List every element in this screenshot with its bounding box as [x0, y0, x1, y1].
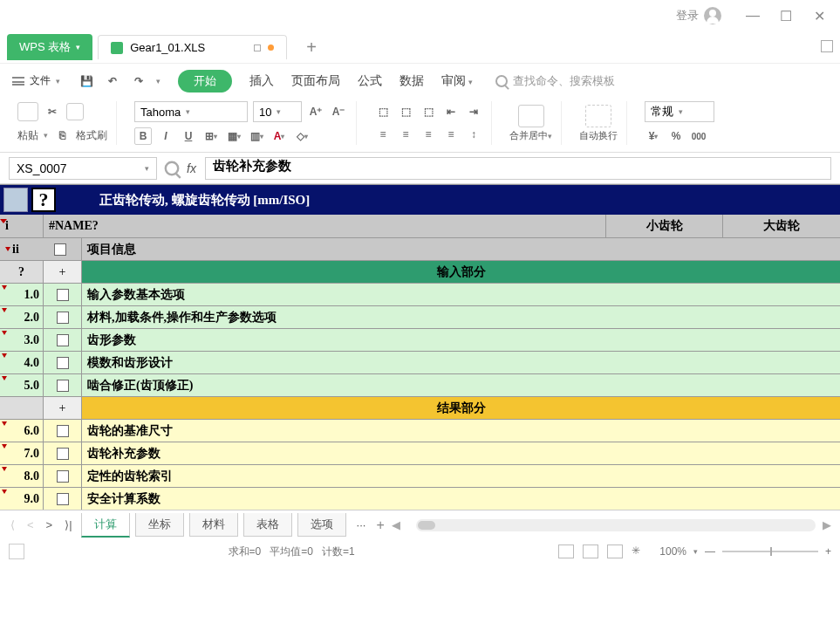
decrease-font-icon[interactable]: A⁻ [330, 103, 347, 120]
checkbox[interactable] [57, 312, 69, 324]
percent-icon[interactable]: % [667, 127, 685, 145]
alt-fill-button[interactable]: ▥▾ [248, 127, 265, 145]
checkbox[interactable] [57, 289, 69, 301]
tab-home[interactable]: 开始 [178, 70, 232, 92]
checkbox[interactable] [57, 493, 69, 505]
window-list-icon[interactable] [821, 40, 833, 52]
paste-label[interactable]: 粘贴 [17, 128, 38, 143]
checkbox[interactable] [57, 334, 69, 346]
orientation-icon[interactable]: ↕ [465, 126, 482, 143]
view-reading-icon[interactable]: ✳ [632, 545, 647, 558]
zoom-value[interactable]: 100% [659, 545, 686, 558]
tab-review[interactable]: 审阅▾ [441, 73, 473, 89]
hscroll-right[interactable]: ▶ [821, 519, 833, 531]
header-row-i[interactable]: i #NAME? 小齿轮 大齿轮 [0, 215, 840, 237]
increase-indent-icon[interactable]: ⇥ [465, 103, 482, 120]
app-tab[interactable]: WPS 表格 [7, 34, 92, 60]
status-mode-icon[interactable] [9, 544, 24, 559]
zoom-out-button[interactable]: — [705, 545, 715, 558]
align-top-icon[interactable]: ⬚ [374, 103, 392, 120]
sheet-tab-calc[interactable]: 计算 [81, 513, 130, 538]
number-format-combo[interactable]: 常规▾ [645, 101, 714, 122]
view-pagelayout-icon[interactable] [607, 545, 623, 558]
header-row-ii[interactable]: ii 项目信息 [0, 237, 840, 260]
input-row-5[interactable]: 5.0 啮合修正(齿顶修正) [0, 373, 840, 396]
merge-center-button[interactable]: 合并居中▾ [509, 105, 552, 142]
copy-icon[interactable]: ⎘ [53, 127, 71, 144]
zoom-in-button[interactable]: + [825, 545, 831, 558]
sheet-tab-options[interactable]: 选项 [297, 513, 346, 537]
zoom-cell-icon[interactable] [165, 161, 180, 175]
login-button[interactable]: 登录 [676, 7, 721, 24]
view-pagebreak-icon[interactable] [583, 545, 598, 558]
horizontal-scrollbar[interactable] [416, 519, 816, 531]
minimize-button[interactable]: — [742, 5, 763, 26]
underline-button[interactable]: U [180, 127, 197, 145]
name-box[interactable]: XS_0007 ▾ [9, 157, 157, 180]
redo-icon[interactable]: ↷ [130, 72, 147, 90]
maximize-button[interactable]: ☐ [775, 5, 796, 26]
currency-icon[interactable]: ¥▾ [645, 127, 662, 145]
tab-window-icon[interactable] [254, 45, 261, 51]
thousands-icon[interactable]: 000 [690, 127, 707, 145]
italic-button[interactable]: I [157, 127, 174, 145]
font-size-combo[interactable]: 10▾ [253, 101, 302, 122]
file-menu[interactable]: 文件 ▾ [12, 73, 60, 88]
increase-font-icon[interactable]: A⁺ [307, 103, 324, 120]
sheet-nav-prev[interactable]: < [24, 518, 38, 531]
add-sheet-button[interactable]: + [376, 517, 384, 533]
input-section-header[interactable]: ? + 输入部分 [0, 260, 840, 283]
calc-icon[interactable] [3, 188, 28, 212]
auto-wrap-button[interactable]: 自动换行 [579, 105, 618, 142]
input-row-2[interactable]: 2.0 材料,加载条件,操作和生产参数选项 [0, 305, 840, 328]
view-normal-icon[interactable] [558, 545, 574, 558]
borders-button[interactable]: ⊞▾ [202, 127, 220, 145]
tab-formulas[interactable]: 公式 [358, 73, 382, 89]
hscroll-left[interactable]: ◀ [390, 519, 402, 531]
cut-icon[interactable]: ✂ [44, 103, 61, 120]
checkbox[interactable] [57, 470, 69, 483]
worksheet-area[interactable]: ? 正齿轮传动, 螺旋齿轮传动 [mm/ISO] i #NAME? 小齿轮 大齿… [0, 184, 840, 510]
sheet-tab-material[interactable]: 材料 [189, 513, 238, 537]
font-name-combo[interactable]: Tahoma▾ [134, 101, 248, 122]
result-row-6[interactable]: 6.0 齿轮的基准尺寸 [0, 419, 840, 442]
undo-icon[interactable]: ↶ [104, 72, 121, 90]
input-row-4[interactable]: 4.0 模数和齿形设计 [0, 351, 840, 373]
checkbox[interactable] [54, 243, 66, 256]
sheet-tab-table[interactable]: 表格 [243, 513, 292, 537]
more-sheets-icon[interactable]: ··· [352, 518, 372, 531]
result-section-header[interactable]: + 结果部分 [0, 396, 840, 419]
command-search[interactable]: 查找命令、搜索模板 [495, 73, 615, 89]
checkbox[interactable] [57, 425, 69, 437]
save-icon[interactable]: 💾 [78, 72, 95, 90]
input-row-3[interactable]: 3.0 齿形参数 [0, 328, 840, 351]
align-left-icon[interactable]: ≡ [374, 126, 392, 143]
paste-icon[interactable] [17, 102, 38, 121]
tab-page-layout[interactable]: 页面布局 [291, 73, 340, 89]
clear-format-button[interactable]: ◇▾ [293, 127, 311, 145]
formula-input[interactable]: 齿轮补充参数 [205, 157, 831, 180]
fill-color-button[interactable]: ▦▾ [225, 127, 242, 145]
bold-button[interactable]: B [134, 127, 152, 145]
align-center-icon[interactable]: ≡ [397, 126, 414, 143]
fx-icon[interactable]: fx [187, 161, 196, 175]
sheet-tab-coord[interactable]: 坐标 [135, 513, 184, 537]
new-tab-button[interactable]: + [306, 38, 317, 58]
sheet-nav-first[interactable]: ⟨ [7, 518, 18, 531]
format-painter-icon[interactable] [66, 103, 84, 120]
expand-result-button[interactable]: + [44, 397, 82, 419]
result-row-9[interactable]: 9.0 安全计算系数 [0, 487, 840, 510]
align-middle-icon[interactable]: ⬚ [397, 103, 414, 120]
sheet-title-row[interactable]: ? 正齿轮传动, 螺旋齿轮传动 [mm/ISO] [0, 185, 840, 215]
format-painter-label[interactable]: 格式刷 [76, 128, 107, 143]
expand-input-button[interactable]: + [44, 261, 82, 283]
checkbox[interactable] [57, 448, 69, 460]
checkbox[interactable] [57, 357, 69, 369]
input-row-1[interactable]: 1.0 输入参数基本选项 [0, 283, 840, 305]
qat-more-icon[interactable]: ▾ [156, 77, 160, 86]
sheet-nav-last[interactable]: ⟩| [61, 518, 75, 531]
align-bottom-icon[interactable]: ⬚ [420, 103, 437, 120]
checkbox[interactable] [57, 380, 69, 392]
sheet-nav-next[interactable]: > [43, 518, 57, 531]
file-tab[interactable]: Gear1_01.XLS [98, 35, 287, 59]
